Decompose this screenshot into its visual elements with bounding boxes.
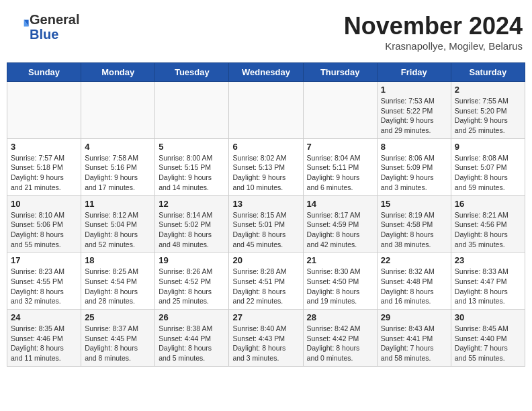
calendar-cell: 2Sunrise: 7:55 AM Sunset: 5:20 PM Daylig… — [451, 82, 525, 139]
day-number: 19 — [159, 255, 225, 265]
day-number: 10 — [11, 199, 77, 209]
day-info: Sunrise: 7:58 AM Sunset: 5:16 PM Dayligh… — [85, 153, 151, 193]
calendar-cell: 1Sunrise: 7:53 AM Sunset: 5:22 PM Daylig… — [377, 82, 451, 139]
calendar-cell: 30Sunrise: 8:45 AM Sunset: 4:40 PM Dayli… — [451, 310, 525, 367]
day-info: Sunrise: 8:30 AM Sunset: 4:50 PM Dayligh… — [307, 267, 373, 306]
calendar-cell: 15Sunrise: 8:19 AM Sunset: 4:58 PM Dayli… — [377, 195, 451, 253]
calendar-cell: 17Sunrise: 8:23 AM Sunset: 4:55 PM Dayli… — [7, 253, 81, 310]
day-number: 28 — [307, 312, 373, 322]
day-number: 26 — [159, 312, 225, 322]
weekday-header-monday: Monday — [81, 63, 155, 82]
day-number: 20 — [232, 255, 299, 265]
calendar-cell: 26Sunrise: 8:38 AM Sunset: 4:44 PM Dayli… — [155, 310, 229, 367]
calendar-cell: 28Sunrise: 8:42 AM Sunset: 4:42 PM Dayli… — [303, 310, 377, 367]
weekday-header-friday: Friday — [377, 63, 451, 82]
weekday-header-wednesday: Wednesday — [229, 63, 303, 82]
day-info: Sunrise: 8:19 AM Sunset: 4:58 PM Dayligh… — [381, 210, 447, 250]
day-number: 29 — [381, 312, 447, 322]
day-info: Sunrise: 8:12 AM Sunset: 5:04 PM Dayligh… — [85, 210, 151, 250]
day-info: Sunrise: 8:04 AM Sunset: 5:11 PM Dayligh… — [307, 153, 373, 193]
weekday-header-sunday: Sunday — [7, 63, 81, 82]
day-info: Sunrise: 7:53 AM Sunset: 5:22 PM Dayligh… — [381, 96, 447, 136]
day-number: 3 — [11, 142, 77, 152]
calendar-cell — [81, 82, 155, 139]
day-number: 1 — [381, 85, 447, 95]
month-title: November 2024 — [344, 12, 523, 40]
calendar-body: 1Sunrise: 7:53 AM Sunset: 5:22 PM Daylig… — [7, 82, 525, 367]
calendar-cell: 16Sunrise: 8:21 AM Sunset: 4:56 PM Dayli… — [451, 195, 525, 253]
calendar-cell: 4Sunrise: 7:58 AM Sunset: 5:16 PM Daylig… — [81, 138, 155, 195]
calendar-cell: 9Sunrise: 8:08 AM Sunset: 5:07 PM Daylig… — [451, 138, 525, 195]
day-number: 7 — [307, 142, 373, 152]
calendar-cell — [7, 82, 81, 139]
weekday-header-thursday: Thursday — [303, 63, 377, 82]
week-row-4: 17Sunrise: 8:23 AM Sunset: 4:55 PM Dayli… — [7, 253, 525, 310]
day-number: 30 — [455, 312, 521, 322]
day-number: 27 — [232, 312, 299, 322]
week-row-1: 1Sunrise: 7:53 AM Sunset: 5:22 PM Daylig… — [7, 82, 525, 139]
weekday-header-row: SundayMondayTuesdayWednesdayThursdayFrid… — [7, 63, 525, 82]
calendar-cell: 24Sunrise: 8:35 AM Sunset: 4:46 PM Dayli… — [7, 310, 81, 367]
day-number: 12 — [159, 199, 225, 209]
day-info: Sunrise: 8:38 AM Sunset: 4:44 PM Dayligh… — [159, 324, 225, 363]
day-number: 11 — [85, 199, 151, 209]
calendar-cell: 14Sunrise: 8:17 AM Sunset: 4:59 PM Dayli… — [303, 195, 377, 253]
title-area: November 2024 Krasnapollye, Mogilev, Bel… — [344, 12, 523, 52]
day-info: Sunrise: 8:26 AM Sunset: 4:52 PM Dayligh… — [159, 267, 225, 306]
logo-icon — [11, 16, 30, 35]
day-number: 15 — [381, 199, 447, 209]
day-info: Sunrise: 8:15 AM Sunset: 5:01 PM Dayligh… — [232, 210, 299, 250]
day-info: Sunrise: 8:33 AM Sunset: 4:47 PM Dayligh… — [455, 267, 521, 306]
day-info: Sunrise: 8:35 AM Sunset: 4:46 PM Dayligh… — [11, 324, 77, 363]
day-info: Sunrise: 8:40 AM Sunset: 4:43 PM Dayligh… — [232, 324, 299, 363]
day-info: Sunrise: 8:00 AM Sunset: 5:15 PM Dayligh… — [159, 153, 225, 193]
logo: General Blue — [9, 12, 79, 42]
calendar-cell: 23Sunrise: 8:33 AM Sunset: 4:47 PM Dayli… — [451, 253, 525, 310]
day-info: Sunrise: 8:42 AM Sunset: 4:42 PM Dayligh… — [307, 324, 373, 363]
day-info: Sunrise: 8:17 AM Sunset: 4:59 PM Dayligh… — [307, 210, 373, 250]
day-number: 18 — [85, 255, 151, 265]
day-info: Sunrise: 8:10 AM Sunset: 5:06 PM Dayligh… — [11, 210, 77, 250]
header: General Blue November 2024 Krasnapollye,… — [7, 7, 525, 57]
location-subtitle: Krasnapollye, Mogilev, Belarus — [344, 40, 523, 52]
day-number: 5 — [159, 142, 225, 152]
day-info: Sunrise: 7:57 AM Sunset: 5:18 PM Dayligh… — [11, 153, 77, 193]
calendar-cell: 7Sunrise: 8:04 AM Sunset: 5:11 PM Daylig… — [303, 138, 377, 195]
calendar-cell: 22Sunrise: 8:32 AM Sunset: 4:48 PM Dayli… — [377, 253, 451, 310]
calendar-cell: 18Sunrise: 8:25 AM Sunset: 4:54 PM Dayli… — [81, 253, 155, 310]
day-info: Sunrise: 8:45 AM Sunset: 4:40 PM Dayligh… — [455, 324, 521, 363]
day-number: 9 — [455, 142, 521, 152]
calendar-cell: 29Sunrise: 8:43 AM Sunset: 4:41 PM Dayli… — [377, 310, 451, 367]
calendar-cell: 3Sunrise: 7:57 AM Sunset: 5:18 PM Daylig… — [7, 138, 81, 195]
weekday-header-tuesday: Tuesday — [155, 63, 229, 82]
day-info: Sunrise: 8:23 AM Sunset: 4:55 PM Dayligh… — [11, 267, 77, 306]
calendar-cell: 21Sunrise: 8:30 AM Sunset: 4:50 PM Dayli… — [303, 253, 377, 310]
calendar-cell: 20Sunrise: 8:28 AM Sunset: 4:51 PM Dayli… — [229, 253, 303, 310]
day-number: 16 — [455, 199, 521, 209]
week-row-5: 24Sunrise: 8:35 AM Sunset: 4:46 PM Dayli… — [7, 310, 525, 367]
day-info: Sunrise: 8:32 AM Sunset: 4:48 PM Dayligh… — [381, 267, 447, 306]
calendar-cell: 10Sunrise: 8:10 AM Sunset: 5:06 PM Dayli… — [7, 195, 81, 253]
calendar-cell: 13Sunrise: 8:15 AM Sunset: 5:01 PM Dayli… — [229, 195, 303, 253]
day-info: Sunrise: 8:43 AM Sunset: 4:41 PM Dayligh… — [381, 324, 447, 363]
calendar-cell: 11Sunrise: 8:12 AM Sunset: 5:04 PM Dayli… — [81, 195, 155, 253]
day-number: 2 — [455, 85, 521, 95]
day-number: 17 — [11, 255, 77, 265]
calendar-cell: 19Sunrise: 8:26 AM Sunset: 4:52 PM Dayli… — [155, 253, 229, 310]
day-number: 4 — [85, 142, 151, 152]
logo-general-text: General — [30, 12, 79, 27]
week-row-2: 3Sunrise: 7:57 AM Sunset: 5:18 PM Daylig… — [7, 138, 525, 195]
week-row-3: 10Sunrise: 8:10 AM Sunset: 5:06 PM Dayli… — [7, 195, 525, 253]
day-info: Sunrise: 8:25 AM Sunset: 4:54 PM Dayligh… — [85, 267, 151, 306]
day-info: Sunrise: 8:37 AM Sunset: 4:45 PM Dayligh… — [85, 324, 151, 363]
calendar-cell: 8Sunrise: 8:06 AM Sunset: 5:09 PM Daylig… — [377, 138, 451, 195]
logo-blue-text: Blue — [30, 27, 79, 42]
day-number: 13 — [232, 199, 299, 209]
day-number: 6 — [232, 142, 299, 152]
day-number: 22 — [381, 255, 447, 265]
day-number: 8 — [381, 142, 447, 152]
calendar-cell: 12Sunrise: 8:14 AM Sunset: 5:02 PM Dayli… — [155, 195, 229, 253]
day-info: Sunrise: 8:08 AM Sunset: 5:07 PM Dayligh… — [455, 153, 521, 193]
calendar-cell: 6Sunrise: 8:02 AM Sunset: 5:13 PM Daylig… — [229, 138, 303, 195]
day-info: Sunrise: 8:21 AM Sunset: 4:56 PM Dayligh… — [455, 210, 521, 250]
